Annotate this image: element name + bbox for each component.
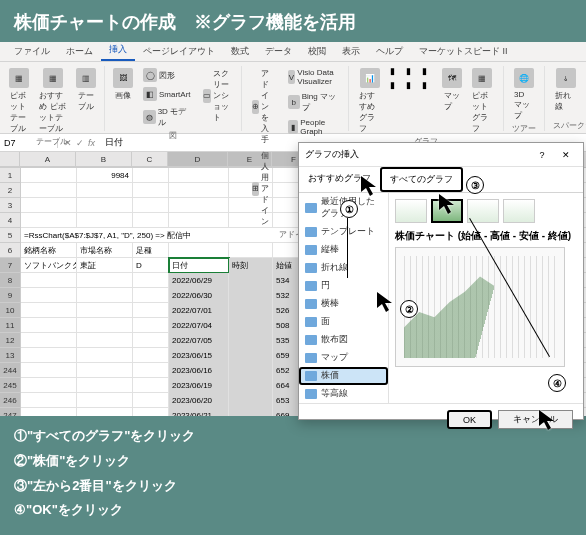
row-header[interactable]: 7 (0, 258, 20, 273)
chart-type-icon[interactable]: ▮ (422, 66, 436, 78)
cell[interactable] (77, 333, 133, 348)
cell[interactable] (21, 348, 77, 363)
col-header[interactable]: C (132, 152, 168, 167)
cell[interactable] (21, 363, 77, 378)
chart-thumb-2[interactable] (431, 199, 463, 223)
people-button[interactable]: ▮People Graph (284, 116, 343, 138)
cell[interactable] (21, 378, 77, 393)
cell[interactable] (229, 243, 273, 258)
row-header[interactable]: 5 (0, 228, 20, 243)
cell[interactable] (77, 183, 133, 198)
cell[interactable] (21, 198, 77, 213)
cell[interactable] (229, 333, 273, 348)
cell[interactable] (21, 303, 77, 318)
cell[interactable] (229, 303, 273, 318)
cell[interactable]: 東証 (77, 258, 133, 273)
chart-category-item[interactable]: 折れ線 (299, 259, 388, 277)
cell[interactable] (77, 393, 133, 408)
cell[interactable] (77, 318, 133, 333)
col-header[interactable]: A (20, 152, 76, 167)
cell[interactable] (229, 348, 273, 363)
cell[interactable] (133, 363, 169, 378)
select-all-corner[interactable] (0, 152, 20, 167)
cell[interactable] (77, 198, 133, 213)
row-header[interactable]: 9 (0, 288, 20, 303)
cell[interactable] (133, 273, 169, 288)
rec-pivot-button[interactable]: ▦おすすめ ピボットテーブル (35, 66, 70, 136)
cell[interactable]: 時刻 (229, 258, 273, 273)
cell[interactable] (229, 363, 273, 378)
tab-data[interactable]: データ (257, 42, 300, 61)
cell[interactable] (133, 183, 169, 198)
row-header[interactable]: 244 (0, 363, 20, 378)
cell[interactable] (21, 273, 77, 288)
col-header[interactable]: D (168, 152, 228, 167)
cell[interactable] (77, 363, 133, 378)
cell[interactable]: D (133, 258, 169, 273)
dialog-close-icon[interactable]: ✕ (555, 150, 577, 160)
cell[interactable]: ソフトバンクグループ (21, 258, 77, 273)
row-header[interactable]: 245 (0, 378, 20, 393)
row-header[interactable]: 8 (0, 273, 20, 288)
cell[interactable] (77, 348, 133, 363)
dialog-help-icon[interactable]: ? (531, 150, 553, 160)
chart-category-item[interactable]: 等高線 (299, 385, 388, 403)
chart-type-icon[interactable]: ▮ (390, 66, 404, 78)
cell[interactable]: 2022/07/01 (169, 303, 229, 318)
chart-type-icon[interactable]: ▮ (422, 80, 436, 92)
chart-category-item[interactable]: 面 (299, 313, 388, 331)
pivotchart-button[interactable]: ▦ピボットグラフ (468, 66, 498, 136)
tab-help[interactable]: ヘルプ (368, 42, 411, 61)
cell[interactable] (21, 318, 77, 333)
cell[interactable]: 2022/06/30 (169, 288, 229, 303)
cell[interactable] (21, 183, 77, 198)
cell[interactable] (77, 288, 133, 303)
chart-category-item[interactable]: 株価 (299, 367, 388, 385)
cell[interactable]: 2023/06/19 (169, 378, 229, 393)
cell[interactable] (77, 213, 133, 228)
cell[interactable] (133, 333, 169, 348)
3dmap-button[interactable]: 🌐3D マップ (510, 66, 538, 123)
row-header[interactable]: 1 (0, 168, 20, 183)
cell[interactable] (21, 168, 77, 183)
cell[interactable] (133, 198, 169, 213)
tab-view[interactable]: 表示 (334, 42, 368, 61)
chart-category-item[interactable]: マップ (299, 349, 388, 367)
tab-recommended[interactable]: おすすめグラフ (299, 167, 380, 192)
cell[interactable] (21, 213, 77, 228)
cell[interactable] (169, 243, 229, 258)
row-header[interactable]: 4 (0, 213, 20, 228)
cell[interactable] (169, 183, 229, 198)
cell[interactable] (21, 393, 77, 408)
cell[interactable] (77, 273, 133, 288)
cell[interactable] (169, 213, 229, 228)
chart-category-item[interactable]: 円 (299, 277, 388, 295)
cell[interactable]: 9984 (77, 168, 133, 183)
cell[interactable] (21, 333, 77, 348)
chart-thumb-3[interactable] (467, 199, 499, 223)
pivot-table-button[interactable]: ▦ピボットテーブル (6, 66, 31, 136)
cell[interactable] (133, 393, 169, 408)
chart-category-item[interactable]: 横棒 (299, 295, 388, 313)
cell[interactable] (133, 348, 169, 363)
chart-category-item[interactable]: 散布図 (299, 331, 388, 349)
tab-marketspeed[interactable]: マーケットスピード II (411, 42, 516, 61)
get-addins-button[interactable]: ⊕アドインを入手 (248, 66, 280, 147)
chart-category-item[interactable]: 最近使用したグラフ (299, 193, 388, 223)
cell[interactable] (229, 318, 273, 333)
row-header[interactable]: 2 (0, 183, 20, 198)
row-header[interactable]: 13 (0, 348, 20, 363)
chart-type-icon[interactable]: ▮ (390, 80, 404, 92)
chart-category-item[interactable]: 縦棒 (299, 241, 388, 259)
cell[interactable] (21, 288, 77, 303)
cell[interactable] (229, 393, 273, 408)
picture-button[interactable]: 🖼画像 (111, 66, 135, 130)
cell[interactable]: 2022/07/04 (169, 318, 229, 333)
tab-all-charts[interactable]: すべてのグラフ (380, 167, 463, 192)
col-header[interactable]: B (76, 152, 132, 167)
cell[interactable] (77, 378, 133, 393)
cell[interactable] (169, 198, 229, 213)
row-header[interactable]: 10 (0, 303, 20, 318)
cell[interactable] (229, 288, 273, 303)
tab-formulas[interactable]: 数式 (223, 42, 257, 61)
